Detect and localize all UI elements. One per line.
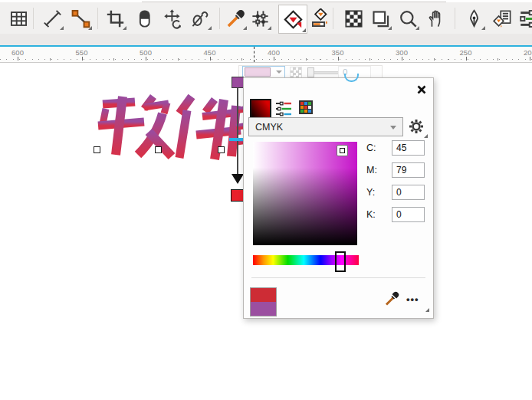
old-color-swatch [251,288,276,302]
property-bar-strip [0,34,532,45]
channel-input-k[interactable] [392,207,425,222]
ruler-label: 350 [327,48,349,57]
transform-tool-button[interactable] [160,6,185,31]
color-model-select[interactable]: CMYK [248,117,403,136]
node-color-swatch [245,67,271,77]
ruler-mid-tick [178,58,179,61]
color-compare-swatch [250,287,277,316]
gear-icon[interactable] [407,117,428,138]
channel-row: K: [366,207,428,222]
toolbar-separator [33,8,34,29]
ruler-minor-ticks [0,59,532,61]
object-sliders-tool-button[interactable] [517,6,532,31]
transparency-checker-icon[interactable] [290,67,302,78]
channel-label: C: [366,143,376,153]
main-toolbar [0,2,532,34]
smart-fill-tool-button[interactable] [307,6,332,31]
new-color-swatch [251,302,276,316]
color-eyedropper-tool-button[interactable] [223,6,248,31]
toolbar-separator [97,8,98,29]
ruler-label: 550 [71,48,93,57]
channel-label: K: [366,209,376,220]
table-tool-button[interactable] [6,6,31,31]
ruler-mid-tick [241,58,242,61]
ruler-label: 500 [135,48,156,57]
channel-row: C: [366,140,428,156]
grid-tool-button[interactable] [248,6,272,31]
ruler-major-tick [146,57,146,61]
ruler-major-tick [530,57,530,61]
channel-label: M: [366,165,377,175]
ruler-mid-tick [369,58,370,61]
dimension-tool-button[interactable] [40,6,64,31]
color-field-marker[interactable] [337,145,348,156]
connector-tool-button[interactable] [68,6,93,31]
interactive-fill-tool-button[interactable] [278,5,307,34]
powerclip-tool-button[interactable] [368,6,392,31]
more-options-button[interactable]: ••• [406,293,428,307]
divider [251,277,425,278]
channel-input-c[interactable] [392,140,425,156]
ruler-major-tick [210,57,211,61]
tab-color-sliders[interactable] [275,100,292,116]
color-picker-dialog: CMYK C:M:Y:K: [243,77,434,319]
crop-tool-button[interactable] [103,6,127,31]
ruler-major-tick [402,57,402,61]
chevron-down-icon [276,70,282,74]
transparency-tool-button[interactable] [341,6,366,31]
toolbar-separator [219,8,220,29]
pen-tool-button[interactable] [461,6,486,31]
channel-row: Y: [366,185,428,200]
channel-label: Y: [366,187,375,198]
pan-tool-button[interactable] [423,6,448,31]
fill-properties-tool-button[interactable] [490,6,514,31]
ruler-label: 200 [519,48,532,57]
ruler-major-tick [338,57,339,61]
ruler-cursor-marker [254,47,255,62]
ruler-label: 400 [263,48,284,57]
close-icon[interactable] [415,84,428,96]
ruler-major-tick [466,57,467,61]
ruler-label: 600 [7,48,28,57]
color-model-label: CMYK [255,122,283,133]
ruler-mid-tick [113,58,114,61]
channel-row: M: [366,162,428,178]
ruler-major-tick [82,57,83,61]
virtual-segment-delete-tool-button[interactable] [188,6,212,31]
eyedropper-icon[interactable] [384,290,401,307]
tab-color-palettes[interactable] [298,100,314,115]
node-color-dropdown[interactable] [242,66,285,78]
ruler-major-tick [274,57,274,61]
hue-slider-handle[interactable] [335,251,346,272]
horizontal-ruler[interactable]: 600550500450400350300250200 [0,47,532,63]
channel-input-y[interactable] [392,185,425,200]
toolbar-separator [333,8,333,29]
node-opacity-slider-handle[interactable] [307,67,314,77]
ruler-label: 250 [455,48,477,57]
gradient-arrow-line[interactable] [237,87,238,182]
saturation-brightness-field[interactable] [253,142,357,245]
ruler-mid-tick [50,58,51,61]
gradient-start-node[interactable] [232,77,244,88]
app-window: 600550500450400350300250200 [0,0,532,400]
tab-color-viewer[interactable] [250,99,271,120]
ruler-label: 300 [391,48,412,57]
ruler-mid-tick [434,58,435,61]
selection-handle[interactable] [218,146,225,153]
ruler-mid-tick [306,58,307,61]
selection-handle[interactable] [155,146,162,153]
selection-handle[interactable] [94,146,100,153]
toolbar-separator [455,8,455,29]
ruler-label: 450 [199,48,221,57]
ruler-major-tick [18,57,18,61]
gradient-end-node[interactable] [231,189,244,202]
ruler-mid-tick [498,58,498,61]
channel-input-m[interactable] [392,162,425,178]
chevron-down-icon [390,126,396,130]
eraser-tool-button[interactable] [132,6,156,31]
zoom-tool-button[interactable] [396,6,420,31]
gradient-arrowhead [232,174,244,184]
